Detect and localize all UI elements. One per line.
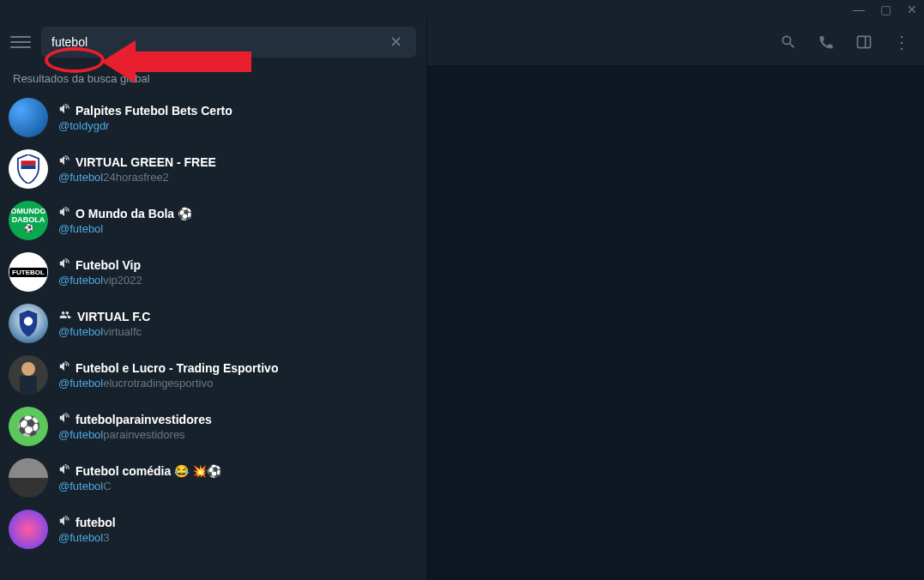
clear-search-button[interactable]: ✕ (386, 33, 406, 51)
svg-point-1 (24, 317, 33, 325)
result-title: Futebol e Lucro - Trading Esportivo (58, 360, 418, 375)
sidepanel-icon[interactable] (855, 33, 873, 51)
result-title: futebol (58, 515, 418, 529)
sidebar: ✕ Resultados da busca global Palpites Fu… (0, 19, 427, 580)
avatar (9, 149, 48, 189)
result-item[interactable]: VIRTUAL GREEN - FREE@futebol24horasfree2 (0, 143, 426, 195)
minimize-button[interactable]: — (853, 3, 865, 16)
svg-rect-4 (858, 36, 871, 47)
result-item[interactable]: VIRTUAL F.C@futebolvirtualfc (0, 298, 426, 349)
avatar (9, 510, 48, 549)
search-box[interactable]: ✕ (41, 27, 416, 57)
result-title: Palpites Futebol Bets Certo (58, 103, 418, 118)
search-icon[interactable] (780, 33, 797, 51)
avatar (9, 98, 48, 137)
result-item[interactable]: futebol@futebol3 (0, 504, 426, 555)
svg-rect-3 (20, 376, 37, 395)
result-handle: @futebolC (58, 480, 418, 492)
result-handle: @toldygdr (58, 119, 418, 132)
result-item[interactable]: Futebol comédia 😂 💥⚽@futebolC (0, 452, 426, 504)
result-title: VIRTUAL F.C (58, 309, 418, 323)
result-item[interactable]: FUTEBOLFutebol Vip@futebolvip2022 (0, 246, 426, 298)
group-icon (58, 309, 72, 323)
result-handle: @futebolelucrotradingesportivo (58, 377, 418, 390)
avatar (9, 304, 48, 343)
megaphone-icon (58, 103, 70, 118)
menu-button[interactable] (10, 32, 31, 52)
result-handle: @futebol3 (58, 531, 418, 544)
result-title: futebolparainvestidores (58, 412, 418, 426)
svg-point-2 (21, 362, 35, 376)
result-item[interactable]: Palpites Futebol Bets Certo@toldygdr (0, 92, 426, 143)
result-handle: @futebolvirtualfc (58, 325, 418, 338)
megaphone-icon (58, 463, 70, 478)
megaphone-icon (58, 360, 70, 375)
result-item[interactable]: ⚽futebolparainvestidores@futebolparainve… (0, 401, 426, 452)
result-item[interactable]: Futebol e Lucro - Trading Esportivo@fute… (0, 349, 426, 401)
content-header: ⋮ (427, 19, 924, 65)
search-input[interactable] (51, 35, 386, 49)
result-item[interactable]: OMUNDO DABOLA ⚽O Mundo da Bola ⚽@futebol (0, 195, 426, 246)
avatar (9, 355, 48, 395)
result-title: O Mundo da Bola ⚽ (58, 206, 418, 221)
result-title: Futebol Vip (58, 257, 418, 272)
phone-icon[interactable] (818, 33, 835, 51)
result-title: Futebol comédia 😂 💥⚽ (58, 463, 418, 478)
megaphone-icon (58, 206, 70, 221)
more-menu-button[interactable]: ⋮ (893, 32, 910, 52)
result-handle: @futebol24horasfree2 (58, 171, 418, 184)
result-handle: @futebolvip2022 (58, 274, 418, 287)
chat-area: ⋮ (427, 19, 924, 580)
megaphone-icon (58, 257, 70, 272)
result-title: VIRTUAL GREEN - FREE (58, 154, 418, 169)
avatar: OMUNDO DABOLA ⚽ (9, 201, 48, 240)
avatar (9, 458, 48, 498)
avatar: ⚽ (9, 407, 48, 446)
close-window-button[interactable]: ✕ (907, 3, 917, 16)
maximize-button[interactable]: ▢ (880, 3, 891, 16)
result-handle: @futebol (58, 222, 418, 235)
section-header: Resultados da busca global (0, 65, 426, 92)
search-results[interactable]: Palpites Futebol Bets Certo@toldygdrVIRT… (0, 92, 426, 580)
avatar: FUTEBOL (9, 252, 48, 292)
window-titlebar: — ▢ ✕ (0, 0, 924, 19)
megaphone-icon (58, 412, 70, 426)
result-handle: @futebolparainvestidores (58, 428, 418, 441)
megaphone-icon (58, 154, 70, 169)
megaphone-icon (58, 515, 70, 529)
